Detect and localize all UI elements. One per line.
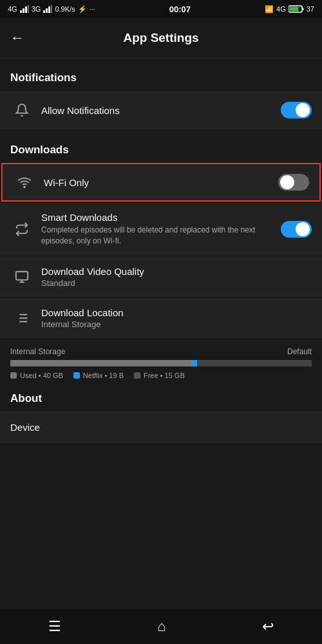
svg-rect-1 xyxy=(23,8,24,13)
svg-rect-2 xyxy=(25,6,27,13)
storage-legend: Used • 40 GB Netflix • 19 B Free • 15 GB xyxy=(10,372,312,379)
storage-bar-netflix xyxy=(191,360,197,366)
smart-downloads-row[interactable]: Smart Downloads Completed episodes will … xyxy=(0,203,322,256)
legend-dot-used xyxy=(10,372,17,379)
allow-notifications-row[interactable]: Allow Notifications xyxy=(0,91,322,129)
svg-rect-10 xyxy=(289,7,298,12)
svg-point-11 xyxy=(24,186,25,187)
download-location-text: Download Location Internal Storage xyxy=(41,307,312,329)
download-location-label: Download Location xyxy=(41,307,312,318)
svg-rect-0 xyxy=(20,10,22,13)
legend-netflix-label: Netflix • 19 B xyxy=(83,372,124,379)
download-video-quality-row[interactable]: Download Video Quality Standard xyxy=(0,257,322,297)
storage-bar-used xyxy=(10,360,191,366)
bell-icon xyxy=(10,103,33,117)
svg-rect-12 xyxy=(16,271,28,279)
dots-icon: ··· xyxy=(90,5,95,13)
download-location-row[interactable]: Download Location Internal Storage xyxy=(0,298,322,338)
bluetooth-icon: 📶 xyxy=(265,5,274,14)
status-left: 4G 3G 0.9K/s ⚡ ··· xyxy=(8,5,95,14)
download-video-quality-text: Download Video Quality Standard xyxy=(41,266,312,288)
allow-notifications-text: Allow Notifications xyxy=(41,105,281,116)
monitor-icon xyxy=(10,270,33,284)
legend-dot-netflix xyxy=(73,372,80,379)
toggle-knob-wifi xyxy=(280,175,294,189)
back-nav-button[interactable]: ↩ xyxy=(249,613,287,640)
wifi-only-text: Wi-Fi Only xyxy=(44,177,278,188)
smart-downloads-text: Smart Downloads Completed episodes will … xyxy=(41,212,281,247)
battery-percent: 37 xyxy=(307,5,314,13)
downloads-section-title: Downloads xyxy=(0,131,322,163)
storage-right-label: Default xyxy=(287,347,312,356)
wifi-icon xyxy=(13,175,36,189)
wifi-only-label: Wi-Fi Only xyxy=(44,177,278,188)
storage-bar-free xyxy=(197,360,312,366)
legend-dot-free xyxy=(134,372,140,379)
legend-used-label: Used • 40 GB xyxy=(20,372,63,379)
legend-free-label: Free • 15 GB xyxy=(144,372,185,379)
signal-bars-2 xyxy=(43,5,52,13)
battery-icon xyxy=(289,5,304,13)
svg-rect-3 xyxy=(28,5,29,13)
legend-free: Free • 15 GB xyxy=(134,372,185,379)
status-bar: 4G 3G 0.9K/s ⚡ ··· 00:07 📶 4G 37 xyxy=(0,0,322,18)
toggle-knob xyxy=(296,103,310,117)
notifications-section-title: Notifications xyxy=(0,59,322,91)
allow-notifications-toggle[interactable] xyxy=(281,102,312,118)
download-location-value: Internal Storage xyxy=(41,319,312,329)
smart-downloads-toggle[interactable] xyxy=(281,221,312,238)
storage-bar xyxy=(10,360,312,366)
svg-rect-7 xyxy=(51,5,52,13)
toggle-knob-smart xyxy=(296,222,310,236)
settings-content: Notifications Allow Notifications Downlo… xyxy=(0,59,322,443)
signal-4g-right: 4G xyxy=(276,5,286,13)
device-row[interactable]: Device xyxy=(0,412,322,443)
storage-labels: Internal Storage Default xyxy=(10,347,312,356)
back-button[interactable]: ← xyxy=(10,27,30,49)
page-title: App Settings xyxy=(123,31,198,45)
allow-notifications-label: Allow Notifications xyxy=(41,105,281,116)
status-right: 📶 4G 37 xyxy=(265,5,314,14)
storage-left-label: Internal Storage xyxy=(10,347,65,356)
about-section-title: About xyxy=(0,379,322,412)
signal-4g: 4G xyxy=(8,5,17,13)
speed-indicator: 0.9K/s xyxy=(55,5,75,13)
menu-button[interactable]: ☰ xyxy=(35,613,74,640)
svg-rect-9 xyxy=(302,8,303,10)
storage-section: Internal Storage Default Used • 40 GB Ne… xyxy=(0,339,322,379)
status-time: 00:07 xyxy=(169,5,191,14)
svg-rect-4 xyxy=(43,10,45,13)
home-button[interactable]: ⌂ xyxy=(144,613,178,640)
signal-3g: 3G xyxy=(32,5,41,13)
database-icon xyxy=(10,311,33,325)
download-video-quality-label: Download Video Quality xyxy=(41,266,312,277)
download-video-quality-value: Standard xyxy=(41,278,312,288)
legend-used: Used • 40 GB xyxy=(10,372,63,379)
legend-netflix: Netflix • 19 B xyxy=(73,372,124,379)
wifi-only-toggle[interactable] xyxy=(278,174,309,191)
usb-icon: ⚡ xyxy=(78,5,87,14)
svg-rect-6 xyxy=(48,6,50,13)
device-label: Device xyxy=(10,422,40,433)
layers-icon xyxy=(10,222,33,236)
signal-bars-1 xyxy=(20,5,29,13)
smart-downloads-label: Smart Downloads xyxy=(41,212,281,223)
app-header: ← App Settings xyxy=(0,18,322,59)
wifi-only-row[interactable]: Wi-Fi Only xyxy=(1,163,321,202)
bottom-nav: ☰ ⌂ ↩ xyxy=(0,609,322,644)
svg-rect-5 xyxy=(46,8,48,13)
smart-downloads-sublabel: Completed episodes will be deleted and r… xyxy=(41,225,281,247)
